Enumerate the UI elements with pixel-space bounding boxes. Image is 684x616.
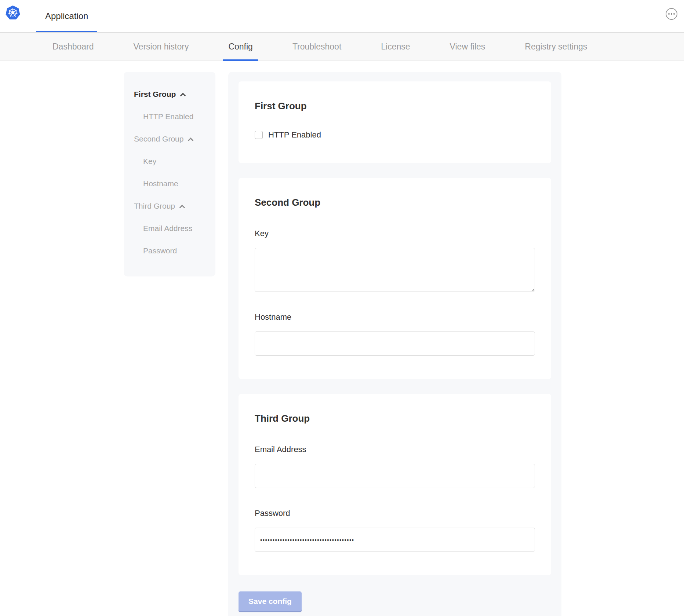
sidebar-item-label: Hostname <box>143 179 178 188</box>
app-title: Application <box>45 11 88 21</box>
sidebar-item-first-group[interactable]: First Group <box>134 83 215 105</box>
sidebar-item-second-group[interactable]: Second Group <box>134 128 215 150</box>
tab-dashboard[interactable]: Dashboard <box>52 33 94 60</box>
tab-application[interactable]: Application <box>36 0 97 32</box>
key-textarea[interactable] <box>255 248 535 292</box>
tab-version-history[interactable]: Version history <box>134 33 189 60</box>
dot-icon <box>671 13 672 15</box>
password-field: Password <box>255 509 535 552</box>
hostname-input[interactable] <box>255 331 535 356</box>
sidebar-item-label: Third Group <box>134 202 175 210</box>
tab-config[interactable]: Config <box>228 33 252 60</box>
sidebar-item-label: Email Address <box>143 224 192 233</box>
config-sidebar: First Group HTTP Enabled Second Group Ke… <box>124 72 215 276</box>
checkbox-label: HTTP Enabled <box>268 130 321 140</box>
sidebar-item-label: Key <box>143 157 156 166</box>
password-input[interactable] <box>255 528 535 552</box>
http-enabled-row[interactable]: HTTP Enabled <box>255 130 535 140</box>
config-form-panel: First Group HTTP Enabled Second Group Ke… <box>228 72 561 616</box>
group-title: Second Group <box>255 197 535 208</box>
overflow-menu-button[interactable] <box>666 8 677 20</box>
group-title: First Group <box>255 100 535 112</box>
field-label-password: Password <box>255 509 535 518</box>
sidebar-item-http-enabled[interactable]: HTTP Enabled <box>134 105 215 128</box>
sidebar-item-label: First Group <box>134 90 176 99</box>
chevron-up-icon <box>179 205 185 210</box>
dot-icon <box>673 13 675 15</box>
tab-license[interactable]: License <box>381 33 410 60</box>
tab-view-files[interactable]: View files <box>450 33 485 60</box>
sidebar-item-email-address[interactable]: Email Address <box>134 217 215 239</box>
chevron-up-icon <box>180 93 186 99</box>
sidebar-item-key[interactable]: Key <box>134 150 215 172</box>
app-header: Application <box>0 0 684 32</box>
config-group-second: Second Group Key Hostname <box>239 178 551 379</box>
save-config-button[interactable]: Save config <box>239 591 302 611</box>
sidebar-item-password[interactable]: Password <box>134 239 215 262</box>
chevron-up-icon <box>188 138 194 143</box>
field-label-hostname: Hostname <box>255 312 535 322</box>
tab-troubleshoot[interactable]: Troubleshoot <box>292 33 341 60</box>
sidebar-item-label: HTTP Enabled <box>143 112 193 121</box>
config-page: First Group HTTP Enabled Second Group Ke… <box>0 61 684 616</box>
email-address-field: Email Address <box>255 445 535 488</box>
app-tabbar: Dashboard Version history Config Trouble… <box>0 32 684 61</box>
sidebar-item-third-group[interactable]: Third Group <box>134 195 215 217</box>
config-group-first: First Group HTTP Enabled <box>239 81 551 163</box>
field-label-key: Key <box>255 229 535 238</box>
tab-registry-settings[interactable]: Registry settings <box>525 33 587 60</box>
sidebar-item-label: Password <box>143 246 177 255</box>
kubernetes-logo-icon <box>5 5 21 21</box>
dot-icon <box>668 13 670 15</box>
hostname-field: Hostname <box>255 312 535 356</box>
group-title: Third Group <box>255 413 535 424</box>
key-field: Key <box>255 229 535 292</box>
field-label-email-address: Email Address <box>255 445 535 454</box>
email-address-input[interactable] <box>255 464 535 488</box>
http-enabled-checkbox[interactable] <box>255 131 263 139</box>
sidebar-item-hostname[interactable]: Hostname <box>134 172 215 195</box>
config-group-third: Third Group Email Address Password <box>239 394 551 575</box>
sidebar-item-label: Second Group <box>134 135 183 143</box>
